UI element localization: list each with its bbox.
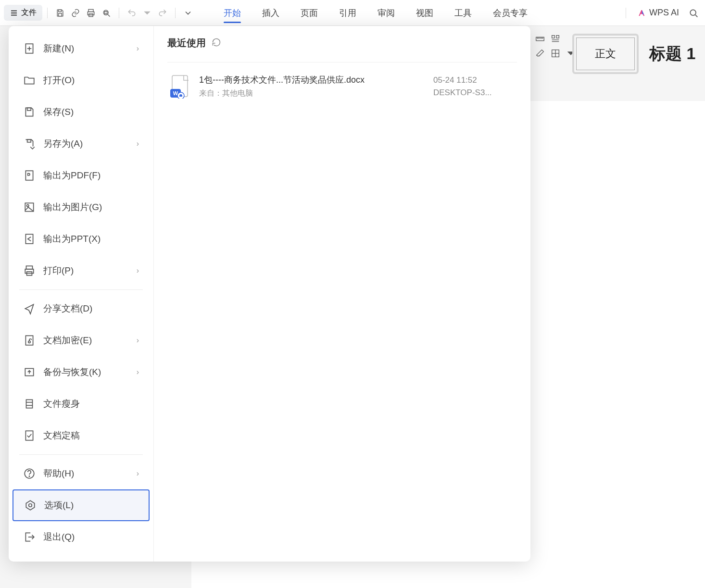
menu-backup[interactable]: 备份与恢复(K) ›: [13, 356, 150, 388]
hamburger-icon: [10, 9, 18, 17]
menu-saveas-label: 另存为(A): [43, 138, 83, 150]
menu-options-label: 选项(L): [44, 499, 74, 512]
separator: [626, 8, 626, 18]
search-button[interactable]: [686, 5, 701, 21]
svg-rect-3: [59, 10, 62, 12]
style-normal[interactable]: 正文: [572, 34, 639, 74]
menu-finalize[interactable]: 文档定稿: [13, 420, 150, 451]
file-menu-button[interactable]: 文件: [4, 5, 42, 21]
recent-file-name: 1包----商务技术文件...节活动奖品供应.docx: [199, 74, 425, 86]
menu-pdf-label: 输出为PDF(F): [43, 169, 101, 182]
exit-icon: [23, 531, 36, 543]
link-button[interactable]: [68, 5, 83, 21]
tab-view[interactable]: 视图: [405, 0, 444, 26]
svg-point-8: [103, 10, 108, 15]
menu-exit[interactable]: 退出(Q): [13, 521, 150, 553]
tab-member[interactable]: 会员专享: [482, 0, 538, 26]
finalize-icon: [23, 429, 36, 442]
menu-saveas[interactable]: 另存为(A) ›: [13, 128, 150, 160]
right-tools: WPS AI: [621, 5, 701, 21]
menu-slim[interactable]: 文件瘦身: [13, 388, 150, 420]
svg-rect-20: [556, 36, 559, 38]
chevron-right-icon: ›: [137, 139, 139, 148]
docx-icon: W: [169, 75, 190, 99]
menu-help[interactable]: 帮助(H) ›: [13, 458, 150, 489]
menu-share[interactable]: 分享文档(D): [13, 293, 150, 325]
separator: [175, 8, 176, 18]
menu-export-image[interactable]: 输出为图片(G): [13, 191, 150, 223]
refresh-icon[interactable]: [212, 38, 221, 49]
svg-point-11: [690, 10, 696, 15]
menu-print[interactable]: 打印(P) ›: [13, 255, 150, 287]
top-toolbar: 文件 开始 插入 页面 引用 审阅 视图 工具 会员专享 WPS AI: [0, 0, 705, 26]
style-heading1[interactable]: 标题 1: [639, 43, 695, 65]
recent-item-meta: 05-24 11:52 DESKTOP-S3...: [433, 75, 515, 98]
undo-button[interactable]: [124, 5, 139, 21]
pdf-icon: [23, 169, 36, 182]
recent-file-sub: 来自：其他电脑: [199, 88, 425, 99]
menu-new[interactable]: 新建(N) ›: [13, 33, 150, 64]
save-button[interactable]: [52, 5, 68, 21]
ribbon-tabs: 开始 插入 页面 引用 审阅 视图 工具 会员专享: [213, 0, 538, 26]
menu-save[interactable]: 保存(S): [13, 96, 150, 128]
more-dropdown[interactable]: [180, 5, 196, 21]
chevron-right-icon: ›: [137, 44, 139, 53]
divider: [19, 289, 143, 290]
chevron-right-icon: ›: [137, 336, 139, 345]
menu-options[interactable]: 选项(L): [13, 489, 150, 521]
menu-print-label: 打印(P): [43, 264, 74, 277]
svg-rect-5: [88, 9, 93, 12]
recent-item[interactable]: W 1包----商务技术文件...节活动奖品供应.docx 来自：其他电脑 05…: [167, 69, 517, 103]
menu-open-label: 打开(O): [43, 74, 75, 87]
tab-start[interactable]: 开始: [213, 0, 252, 26]
menu-slim-label: 文件瘦身: [43, 398, 80, 410]
menu-help-label: 帮助(H): [43, 467, 74, 480]
new-icon: [23, 42, 36, 55]
separator: [47, 8, 48, 18]
menu-save-label: 保存(S): [43, 106, 74, 118]
wps-ai-button[interactable]: WPS AI: [634, 6, 683, 20]
border-icon[interactable]: [550, 48, 561, 61]
svg-rect-41: [26, 400, 33, 408]
print-preview-button[interactable]: [99, 5, 114, 21]
styles-gallery: 正文 标题 1: [572, 34, 695, 74]
menu-export-ppt[interactable]: 输出为PPT(X): [13, 223, 150, 255]
recent-file-source: DESKTOP-S3...: [433, 88, 515, 98]
menu-encrypt[interactable]: 文档加密(E) ›: [13, 325, 150, 356]
text-wrap-icon[interactable]: [550, 34, 561, 46]
svg-line-12: [695, 15, 697, 17]
slim-icon: [23, 398, 36, 410]
svg-rect-4: [59, 13, 62, 16]
tab-review[interactable]: 审阅: [367, 0, 405, 26]
tab-reference[interactable]: 引用: [328, 0, 367, 26]
chevron-right-icon: ›: [137, 368, 139, 376]
open-icon: [23, 74, 36, 87]
menu-open[interactable]: 打开(O): [13, 64, 150, 96]
ppt-icon: [23, 233, 36, 245]
options-icon: [24, 499, 37, 512]
eraser-icon[interactable]: [535, 48, 545, 61]
svg-rect-30: [27, 139, 31, 142]
tab-tools[interactable]: 工具: [444, 0, 482, 26]
tab-insert[interactable]: 插入: [252, 0, 290, 26]
menu-finalize-label: 文档定稿: [43, 429, 80, 442]
svg-rect-44: [25, 431, 33, 440]
redo-button[interactable]: [155, 5, 170, 21]
menu-encrypt-label: 文档加密(E): [43, 334, 92, 347]
file-label: 文件: [21, 8, 37, 18]
save-icon: [23, 106, 36, 118]
svg-rect-29: [27, 108, 31, 110]
menu-exit-label: 退出(Q): [43, 531, 75, 543]
svg-point-39: [28, 341, 30, 343]
tab-page[interactable]: 页面: [290, 0, 328, 26]
print-button[interactable]: [83, 5, 99, 21]
recent-item-text: 1包----商务技术文件...节活动奖品供应.docx 来自：其他电脑: [199, 74, 425, 99]
share-icon: [23, 302, 36, 315]
menu-export-pdf[interactable]: 输出为PDF(F): [13, 160, 150, 191]
svg-line-9: [108, 14, 110, 16]
undo-dropdown[interactable]: [139, 5, 155, 21]
encrypt-icon: [23, 334, 36, 347]
ruler-icon[interactable]: [535, 34, 545, 46]
backup-icon: [23, 366, 36, 378]
menu-share-label: 分享文档(D): [43, 302, 92, 315]
